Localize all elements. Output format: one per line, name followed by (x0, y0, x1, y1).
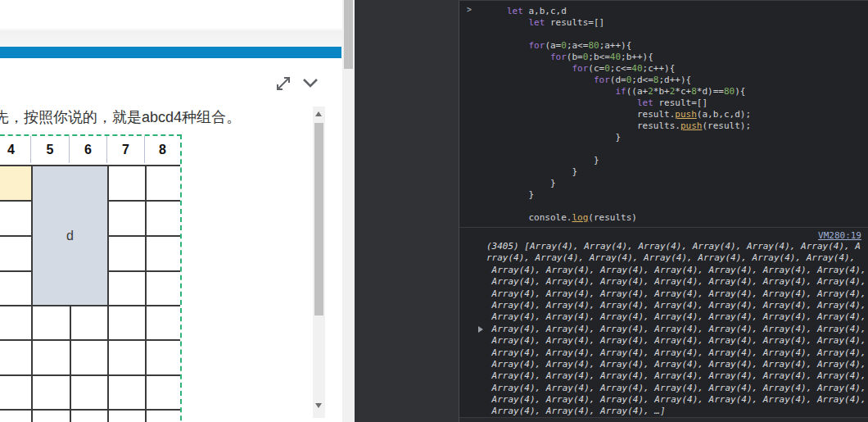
console-entry-separator (459, 227, 868, 228)
code-line[interactable] (507, 143, 751, 155)
column-header: 7 (107, 136, 145, 163)
console-input-code[interactable]: let a,b,c,d let results=[] for(a=0;a<=80… (507, 6, 751, 224)
code-line[interactable]: for(b=0;b<=40;b++){ (507, 52, 751, 63)
code-line[interactable]: let result=[] (507, 98, 751, 109)
column-header: 6 (70, 136, 107, 163)
code-line[interactable]: } (507, 189, 751, 201)
code-line[interactable]: for(c=0;c<=40;c++){ (507, 63, 751, 75)
spreadsheet-selection: 45678 d (0, 134, 182, 422)
code-line[interactable]: if((a+2*b+2*c+8*d)==80){ (507, 86, 751, 98)
column-header: 4 (0, 136, 31, 163)
chevron-down-icon[interactable] (301, 78, 319, 93)
page-scrollbar-thumb[interactable] (344, 0, 353, 69)
code-line[interactable]: let a,b,c,d (507, 6, 751, 17)
console-panel: > let a,b,c,d let results=[] for(a=0;a<=… (459, 0, 868, 422)
scroll-down-icon[interactable] (315, 403, 322, 408)
card-controls (270, 72, 328, 95)
console-output-line: Array(4), Array(4), Array(4), …] (486, 406, 866, 417)
code-line[interactable]: result.push(a,b,c,d); (507, 109, 751, 120)
console-bottom-strip (459, 418, 868, 422)
console-output-line: Array(4), Array(4), Array(4), Array(4), … (486, 370, 866, 382)
code-line[interactable]: } (507, 166, 751, 178)
column-header: 8 (145, 136, 180, 163)
console-prompt-icon: > (467, 5, 472, 14)
merged-cell-label: d (66, 229, 74, 243)
code-line[interactable]: } (507, 132, 751, 143)
console-output-line: Array(4), Array(4), Array(4), Array(4), … (486, 394, 866, 406)
grid-line (0, 339, 180, 341)
code-line[interactable]: for(a=0;a<=80;a++){ (507, 40, 751, 52)
code-line[interactable]: } (507, 155, 751, 166)
source-location-link[interactable]: VM280:19 (818, 230, 861, 241)
console-output-line: Array(4), Array(4), Array(4), Array(4), … (486, 359, 866, 370)
page-panel: 先，按照你说的，就是abcd4种组合。 45678 d (0, 0, 355, 422)
console-output: (3405) [Array(4), Array(4), Array(4), Ar… (486, 241, 866, 418)
console-output-line: Array(4), Array(4), Array(4), Array(4), … (486, 383, 866, 394)
console-output-line: Array(4), Array(4), Array(4), Array(4), … (486, 288, 866, 300)
code-line[interactable]: } (507, 178, 751, 189)
code-line[interactable]: let results=[] (507, 17, 751, 29)
column-header: 5 (31, 136, 70, 163)
highlighted-cell (0, 166, 31, 200)
console-output-line: Array(4), Array(4), Array(4), Array(4), … (486, 311, 866, 323)
table-grid: d (0, 165, 180, 422)
console-output-line: Array(4), Array(4), Array(4), Array(4), … (486, 335, 866, 347)
console-output-line: Array(4), Array(4), Array(4), Array(4), … (486, 347, 866, 359)
grid-line (145, 165, 147, 422)
console-output-line: Array(4), Array(4), Array(4), Array(4), … (486, 300, 866, 311)
page-top-band (0, 0, 342, 47)
table-header-row: 45678 (0, 136, 180, 163)
scroll-up-icon[interactable] (315, 111, 322, 116)
code-line[interactable]: for(d=0;d<=8;d++){ (507, 75, 751, 86)
console-output-line: (3405) [Array(4), Array(4), Array(4), Ar… (486, 241, 866, 252)
page-scrollbar[interactable] (342, 0, 355, 422)
code-line[interactable]: results.push(result); (507, 120, 751, 132)
console-output-line: rray(4), Array(4), Array(4), Array(4), A… (486, 252, 866, 264)
expander-triangle-icon[interactable] (478, 326, 483, 333)
code-line[interactable] (507, 201, 751, 212)
content-scrollbar[interactable] (313, 107, 325, 418)
content-scrollbar-thumb[interactable] (314, 123, 323, 315)
expand-icon[interactable] (274, 75, 292, 96)
console-output-line: Array(4), Array(4), Array(4), Array(4), … (486, 276, 866, 288)
grid-line (0, 374, 180, 376)
code-line[interactable] (507, 29, 751, 40)
console-output-line: Array(4), Array(4), Array(4), Array(4), … (486, 265, 866, 276)
grid-line (0, 409, 180, 411)
caption-text: 先，按照你说的，就是abcd4种组合。 (0, 107, 241, 127)
accent-divider-bar (0, 47, 341, 58)
merged-cell-d: d (31, 165, 109, 306)
code-line[interactable]: console.log(results) (507, 212, 751, 224)
console-output-line: Array(4), Array(4), Array(4), Array(4), … (486, 324, 866, 335)
devtools-panel: > let a,b,c,d let results=[] for(a=0;a<=… (355, 0, 868, 422)
